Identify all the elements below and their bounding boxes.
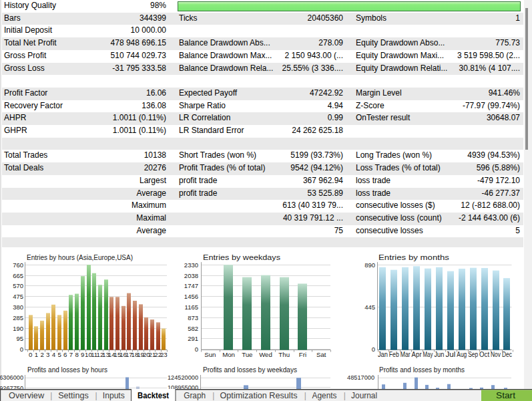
svg-text:4: 4 [52, 351, 56, 358]
svg-text:445: 445 [364, 303, 375, 311]
svg-text:Sat: Sat [316, 351, 326, 358]
svg-text:873: 873 [188, 314, 198, 321]
svg-text:Optimization Results: Optimization Results [220, 391, 298, 400]
svg-text:0: 0 [195, 346, 198, 353]
svg-text:Entries by weekdays: Entries by weekdays [203, 253, 280, 261]
svg-text:7: 7 [69, 351, 73, 358]
svg-text:291: 291 [188, 335, 198, 342]
svg-text:Entries by months: Entries by months [378, 253, 449, 261]
svg-text:1165: 1165 [185, 303, 198, 311]
svg-text:Backtest: Backtest [138, 391, 169, 400]
svg-text:Wed: Wed [259, 351, 272, 358]
svg-text:5: 5 [57, 351, 61, 358]
svg-text:582: 582 [188, 325, 198, 332]
svg-text:890: 890 [364, 261, 375, 269]
svg-text:0: 0 [372, 346, 375, 353]
svg-text:Profits and losses by months: Profits and losses by months [379, 366, 465, 374]
svg-text:Profits and losses by weekdays: Profits and losses by weekdays [203, 366, 297, 374]
svg-text:|: | [95, 391, 97, 400]
svg-text:Entries by hours (Asia,Europe,: Entries by hours (Asia,Europe,USA) [27, 253, 133, 261]
svg-text:Aug: Aug [457, 351, 467, 358]
svg-text:6: 6 [63, 351, 67, 358]
svg-text:Thu: Thu [278, 351, 290, 358]
svg-text:Jan: Jan [378, 351, 388, 358]
svg-text:Overview: Overview [9, 391, 44, 400]
svg-text:1456: 1456 [184, 293, 198, 300]
svg-text:2330: 2330 [184, 261, 198, 269]
svg-text:124520000: 124520000 [168, 374, 198, 381]
svg-text:|: | [212, 391, 214, 400]
svg-text:9: 9 [81, 351, 84, 358]
svg-text:Agents: Agents [312, 391, 337, 400]
svg-text:1747: 1747 [184, 282, 198, 289]
svg-text:2038: 2038 [184, 272, 198, 279]
svg-text:Fri: Fri [299, 351, 306, 358]
svg-text:Dec: Dec [502, 351, 512, 358]
svg-text:665: 665 [13, 272, 23, 279]
svg-text:Journal: Journal [351, 391, 377, 400]
svg-text:Apr: Apr [412, 351, 423, 358]
svg-text:0: 0 [20, 346, 23, 353]
svg-text:190: 190 [13, 325, 23, 332]
svg-text:285: 285 [13, 314, 23, 321]
svg-text:Feb: Feb [389, 351, 399, 358]
svg-text:3: 3 [46, 351, 49, 358]
svg-text:48517000: 48517000 [347, 374, 374, 381]
svg-text:Sun: Sun [204, 351, 216, 358]
svg-text:Settings: Settings [58, 391, 89, 400]
svg-text:|: | [344, 391, 346, 400]
svg-text:570: 570 [13, 282, 23, 289]
svg-text:Mar: Mar [401, 351, 411, 358]
svg-text:Oct: Oct [479, 351, 489, 358]
svg-text:|: | [50, 391, 52, 400]
svg-text:Inputs: Inputs [103, 391, 125, 400]
svg-text:23: 23 [160, 351, 168, 358]
svg-text:|: | [304, 391, 306, 400]
svg-text:1: 1 [35, 351, 38, 358]
svg-text:Jul: Jul [445, 351, 455, 358]
svg-text:Start: Start [496, 391, 516, 400]
svg-text:Mon: Mon [222, 351, 235, 358]
svg-text:Jun: Jun [434, 351, 444, 358]
svg-text:36306000: 36306000 [0, 374, 23, 381]
svg-text:8: 8 [75, 351, 78, 358]
svg-text:Sep: Sep [468, 351, 478, 358]
svg-text:0: 0 [29, 351, 33, 358]
svg-text:Profits and losses by hours: Profits and losses by hours [27, 366, 107, 374]
svg-text:Tue: Tue [242, 351, 252, 358]
svg-text:95: 95 [16, 335, 23, 342]
svg-text:Nov: Nov [491, 351, 501, 358]
svg-text:Graph: Graph [184, 391, 206, 400]
svg-text:380: 380 [13, 303, 23, 311]
svg-text:760: 760 [13, 261, 23, 269]
svg-text:May: May [423, 351, 433, 358]
svg-text:475: 475 [13, 293, 23, 300]
svg-text:2: 2 [40, 351, 43, 358]
